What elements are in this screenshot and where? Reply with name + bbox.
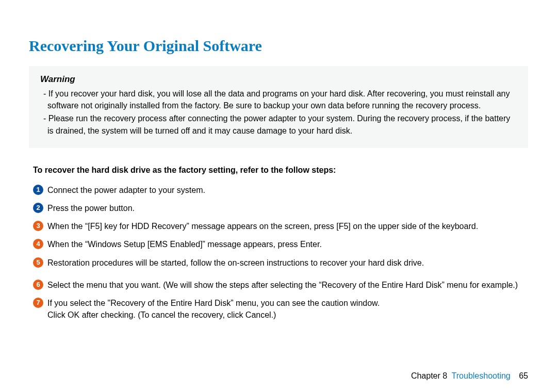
step-row: 7 If you select the "Recovery of the Ent… xyxy=(33,297,528,321)
step-row: 1 Connect the power adapter to your syst… xyxy=(33,184,528,196)
warning-body: - If you recover your hard disk, you wil… xyxy=(40,88,517,137)
step-text: Connect the power adapter to your system… xyxy=(47,184,528,196)
step-row: 6 Select the menu that you want. (We wil… xyxy=(33,279,528,291)
step-number-icon: 3 xyxy=(33,221,43,231)
step-text: When the “Windows Setup [EMS Enabled]” m… xyxy=(47,238,528,250)
warning-box: Warning - If you recover your hard disk,… xyxy=(29,66,528,148)
page-title: Recovering Your Original Software xyxy=(29,37,528,55)
step-number-icon: 1 xyxy=(33,185,43,195)
footer-section: Troubleshooting xyxy=(452,371,511,380)
step-text: Restoration procedures will be started, … xyxy=(47,257,528,269)
step-row: 5 Restoration procedures will be started… xyxy=(33,257,528,269)
step-row: 2 Press the power button. xyxy=(33,202,528,214)
page-footer: Chapter 8 Troubleshooting 65 xyxy=(411,371,528,381)
step-number-icon: 2 xyxy=(33,203,43,213)
warning-item: - If you recover your hard disk, you wil… xyxy=(47,88,517,111)
step-number-icon: 4 xyxy=(33,239,43,249)
step-number-icon: 5 xyxy=(33,257,43,268)
warning-heading: Warning xyxy=(40,74,517,85)
footer-chapter: Chapter 8 xyxy=(411,371,447,380)
step-number-icon: 6 xyxy=(33,280,43,290)
step-text: When the “[F5] key for HDD Recovery” mes… xyxy=(47,220,528,232)
step-text: If you select the "Recovery of the Entir… xyxy=(47,297,528,321)
steps-list: 1 Connect the power adapter to your syst… xyxy=(29,184,528,321)
step-number-icon: 7 xyxy=(33,298,43,308)
step-row: 3 When the “[F5] key for HDD Recovery” m… xyxy=(33,220,528,232)
document-page: Recovering Your Original Software Warnin… xyxy=(0,0,557,392)
footer-page-number: 65 xyxy=(519,371,528,380)
instructions-heading: To recover the hard disk drive as the fa… xyxy=(33,166,528,175)
warning-item: - Please run the recovery process after … xyxy=(47,112,517,136)
step-text: Press the power button. xyxy=(47,202,528,214)
step-text: Select the menu that you want. (We will … xyxy=(47,279,528,291)
step-row: 4 When the “Windows Setup [EMS Enabled]”… xyxy=(33,238,528,250)
